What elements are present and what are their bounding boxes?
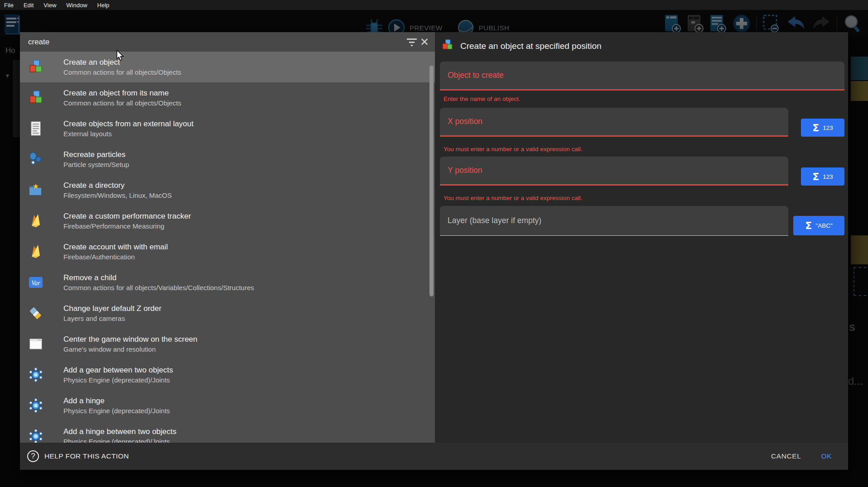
help-label: HELP FOR THIS ACTION	[44, 452, 129, 460]
eraser-icon	[28, 306, 43, 321]
x-error-text: You must enter a number or a valid expre…	[444, 146, 582, 153]
x-position-field[interactable]: X position	[440, 108, 788, 137]
expression-type-label: 123	[823, 124, 833, 131]
variable-icon: Var	[28, 275, 43, 290]
list-item[interactable]: Center the game window on the screen Gam…	[20, 329, 435, 359]
menu-window[interactable]: Window	[66, 2, 87, 9]
menu-bar: File Edit View Window Help	[0, 0, 868, 10]
list-item[interactable]: Create a custom performance tracker Fire…	[20, 205, 435, 236]
list-item[interactable]: Create objects from an external layout E…	[20, 113, 435, 144]
physics-icon	[28, 429, 43, 443]
x-expression-button[interactable]: Σ 123	[801, 119, 844, 137]
folder-star-icon: ★	[28, 182, 43, 198]
action-group: Common actions for all objects/Objects	[63, 68, 181, 76]
action-title: Remove a child	[63, 273, 254, 282]
list-item[interactable]: Create an object Common actions for all …	[20, 52, 435, 82]
svg-text:★: ★	[33, 182, 39, 190]
layer-field[interactable]: Layer (base layer if empty)	[440, 206, 788, 236]
list-item[interactable]: Add a gear between two objects Physics E…	[20, 359, 435, 390]
action-title: Create objects from an external layout	[63, 119, 193, 129]
list-item[interactable]: Add a hinge between two objects Physics …	[20, 421, 435, 443]
action-group: Physics Engine (deprecated)/Joints	[63, 407, 170, 415]
search-input[interactable]: create	[20, 38, 404, 47]
close-icon[interactable]: ✕	[420, 34, 435, 50]
y-expression-button[interactable]: Σ 123	[801, 167, 844, 186]
instruction-editor-dialog: create ✕ Create an object Common actions…	[20, 32, 848, 470]
action-title: Create a directory	[63, 181, 172, 190]
object-to-create-placeholder: Object to create	[440, 71, 504, 80]
expression-type-label: 123	[823, 173, 833, 180]
objects-icon	[441, 39, 453, 53]
action-title: Create an object from its name	[63, 89, 181, 98]
layer-placeholder: Layer (base layer if empty)	[440, 216, 541, 225]
action-group: Common actions for all objects/Variables…	[63, 284, 254, 291]
objects-icon	[28, 90, 43, 105]
firebase-icon	[28, 244, 43, 259]
action-group: Layers and cameras	[63, 315, 161, 322]
action-title: Create a custom performance tracker	[63, 212, 191, 221]
action-group: Physics Engine (deprecated)/Joints	[63, 376, 173, 384]
window-icon	[28, 336, 43, 352]
action-group: Firebase/Performance Measuring	[63, 222, 191, 230]
search-bar: create ✕	[20, 32, 435, 52]
physics-icon	[28, 367, 43, 382]
list-item[interactable]: ★ Create a directory Filesystem/Windows,…	[20, 175, 435, 205]
object-to-create-field[interactable]: Object to create	[440, 62, 844, 91]
y-position-placeholder: Y position	[440, 166, 482, 175]
list-item[interactable]: Var Remove a child Common actions for al…	[20, 267, 435, 298]
list-item[interactable]: Create account with with email Firebase/…	[20, 236, 435, 267]
action-group: Common actions for all objects/Objects	[63, 99, 181, 107]
action-title: Add a gear between two objects	[63, 366, 173, 375]
action-title: Recreate particles	[63, 150, 129, 159]
y-error-text: You must enter a number or a valid expre…	[444, 195, 582, 201]
firebase-icon	[28, 213, 43, 229]
physics-icon	[28, 398, 43, 413]
action-parameters-panel: Create an object at specified position O…	[435, 32, 848, 443]
action-title: Change layer default Z order	[63, 304, 161, 313]
action-header: Create an object at specified position	[441, 39, 602, 53]
expression-type-label: "ABC"	[815, 222, 832, 229]
list-item[interactable]: Change layer default Z order Layers and …	[20, 298, 435, 329]
sigma-icon: Σ	[805, 220, 812, 231]
list-item[interactable]: Create an object from its name Common ac…	[20, 82, 435, 113]
action-title: Add a hinge between two objects	[63, 427, 177, 436]
action-group: Particle system/Setup	[63, 161, 129, 168]
scrollbar-thumb[interactable]	[429, 66, 434, 296]
menu-file[interactable]: File	[4, 2, 14, 9]
list-item[interactable]: Add a hinge Physics Engine (deprecated)/…	[20, 390, 435, 421]
action-title: Add a hinge	[63, 396, 170, 406]
filter-icon[interactable]	[404, 34, 420, 50]
cancel-button[interactable]: CANCEL	[771, 452, 801, 460]
action-title: Create an object	[63, 58, 181, 67]
menu-help[interactable]: Help	[97, 2, 110, 9]
ok-button[interactable]: OK	[821, 452, 832, 460]
action-group: Game's window and resolution	[63, 345, 198, 353]
action-group: Physics Engine (deprecated)/Joints	[63, 438, 177, 443]
help-icon: ?	[27, 450, 39, 462]
svg-text:Var: Var	[31, 280, 40, 286]
layer-expression-button[interactable]: Σ "ABC"	[793, 216, 844, 235]
sigma-icon: Σ	[812, 122, 819, 134]
list-item[interactable]: Recreate particles Particle system/Setup	[20, 144, 435, 175]
dialog-footer: ? HELP FOR THIS ACTION CANCEL OK	[20, 443, 848, 470]
action-title: Center the game window on the screen	[63, 335, 198, 344]
action-title: Create an object at specified position	[460, 41, 602, 51]
x-position-placeholder: X position	[440, 117, 482, 126]
action-group: External layouts	[63, 130, 193, 138]
menu-view[interactable]: View	[43, 2, 56, 9]
action-group: Firebase/Authentication	[63, 253, 168, 261]
action-group: Filesystem/Windows, Linux, MacOS	[63, 191, 172, 199]
objects-icon	[28, 59, 43, 75]
menu-edit[interactable]: Edit	[24, 2, 34, 9]
help-button[interactable]: ? HELP FOR THIS ACTION	[27, 450, 771, 462]
y-position-field[interactable]: Y position	[440, 157, 788, 186]
sigma-icon: Σ	[812, 171, 819, 182]
object-helper-text: Enter the name of an object.	[444, 95, 521, 102]
external-layout-icon	[28, 121, 43, 136]
action-search-panel: create ✕ Create an object Common actions…	[20, 32, 435, 443]
action-title: Create account with with email	[63, 243, 168, 252]
action-results-list: Create an object Common actions for all …	[20, 52, 435, 443]
particles-icon	[28, 152, 43, 167]
